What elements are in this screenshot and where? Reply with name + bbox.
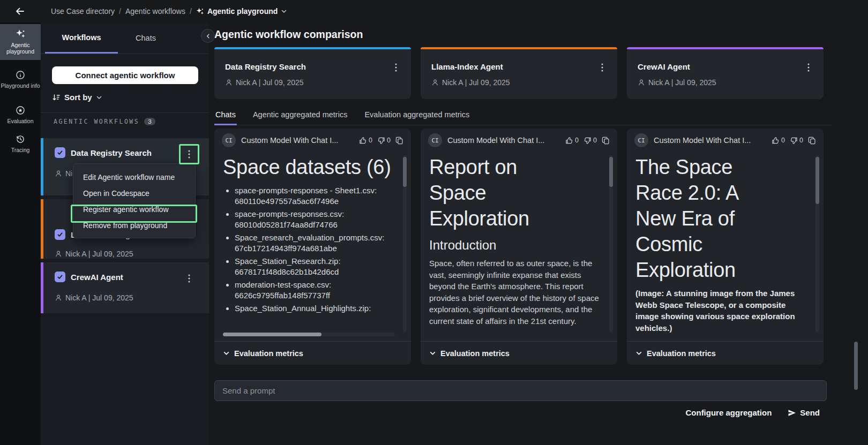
workflow-context-menu: Edit Agentic workflow name Open in Codes… <box>73 163 196 238</box>
tab-chats-comparison[interactable]: Chats <box>214 107 237 125</box>
thumbs-up-icon <box>772 137 780 145</box>
agentic-workflows-section-header: AGENTIC WORKFLOWS 3 <box>54 118 155 125</box>
rail-item-evaluation[interactable]: Evaluation <box>0 101 41 126</box>
chat-panel-header: CI Custom Model With Chat I... 0 0 <box>421 129 617 152</box>
history-icon <box>16 134 25 144</box>
rail-item-agentic-playground[interactable]: Agentic playground <box>0 24 41 60</box>
thumbs-up-button[interactable]: 0 <box>565 137 579 145</box>
menu-item-register-agentic-workflow[interactable]: Register agentic workflow <box>73 201 195 217</box>
sort-icon <box>52 93 61 102</box>
workflow-item-crewai-agent[interactable]: CrewAI Agent Nick A | Jul 09, 2025 <box>41 262 209 313</box>
sort-by-dropdown[interactable]: Sort by <box>52 93 102 102</box>
copy-button[interactable] <box>395 137 403 145</box>
paper-plane-icon <box>788 409 796 417</box>
evaluation-metrics-toggle[interactable]: Evaluation metrics <box>627 341 824 365</box>
copy-button[interactable] <box>808 137 816 145</box>
card-meta: Nick A | Jul 09, 2025 <box>225 78 304 87</box>
workflow-checkbox[interactable] <box>55 147 65 158</box>
back-button[interactable] <box>14 6 27 17</box>
chat-panel-data-registry-search: CI Custom Model With Chat I... 0 0 Space… <box>214 129 411 365</box>
rail-item-tracing[interactable]: Tracing <box>0 130 41 155</box>
list-item: Space_Station_Annual_Highlights.zip: <box>235 303 395 314</box>
person-icon <box>55 170 62 177</box>
workflow-name: CrewAI Agent <box>71 273 123 282</box>
chat-panel-header: CI Custom Model With Chat I... 0 0 <box>214 129 411 152</box>
copy-button[interactable] <box>602 137 610 145</box>
breadcrumb-current-page[interactable]: Agentic playground <box>196 7 287 16</box>
model-avatar: CI <box>428 133 442 147</box>
chat-header-actions: 0 0 <box>359 137 403 145</box>
breadcrumb-agentic-workflows[interactable]: Agentic workflows <box>125 7 185 16</box>
chat-response-content: Space datasets (6) space-prompts-respons… <box>223 154 395 332</box>
thumbs-up-button[interactable]: 0 <box>772 137 785 145</box>
person-icon <box>638 79 645 86</box>
thumbs-down-button[interactable]: 0 <box>583 137 597 145</box>
workflow-accent-bar <box>41 262 43 313</box>
prompt-input[interactable] <box>214 380 827 401</box>
page-title: Agentic workflow comparison <box>214 28 363 41</box>
main-vertical-scrollbar[interactable] <box>854 342 858 390</box>
card-accent-bar <box>627 47 824 49</box>
evaluation-metrics-toggle[interactable]: Evaluation metrics <box>421 341 617 365</box>
chevron-left-icon <box>205 33 211 39</box>
card-title: CrewAI Agent <box>638 62 690 71</box>
person-icon <box>55 294 62 301</box>
card-accent-bar <box>421 47 617 49</box>
vertical-scrollbar[interactable] <box>609 155 613 332</box>
breadcrumb-use-case-directory[interactable]: Use Case directory <box>51 7 115 16</box>
card-meta: Nick A | Jul 09, 2025 <box>431 78 510 87</box>
vertical-scrollbar[interactable] <box>403 155 407 332</box>
card-kebab-menu-button[interactable] <box>596 61 609 74</box>
vertical-scrollbar[interactable] <box>815 155 819 332</box>
kebab-icon <box>601 63 603 72</box>
rail-item-label: Playground info <box>1 82 40 89</box>
thumbs-down-icon <box>790 137 798 145</box>
chat-panel-crewai-agent: CI Custom Model With Chat I... 0 0 The S… <box>627 129 824 365</box>
menu-item-edit-workflow-name[interactable]: Edit Agentic workflow name <box>73 169 195 185</box>
workflow-kebab-menu-button[interactable] <box>182 271 196 285</box>
chevron-down-icon <box>429 350 436 357</box>
workflow-checkbox[interactable] <box>55 271 65 282</box>
card-kebab-menu-button[interactable] <box>802 61 815 74</box>
tab-agentic-aggregated-metrics[interactable]: Agentic aggregated metrics <box>252 107 349 125</box>
configure-aggregation-button[interactable]: Configure aggregation <box>685 408 772 417</box>
info-icon <box>16 70 25 80</box>
rail-item-label: Tracing <box>11 147 30 153</box>
workflow-checkbox[interactable] <box>55 229 65 240</box>
card-accent-bar <box>214 47 411 49</box>
workflow-accent-bar <box>41 199 43 259</box>
thumbs-down-button[interactable]: 0 <box>790 137 803 145</box>
breadcrumb-separator: / <box>119 7 121 16</box>
evaluation-metrics-toggle[interactable]: Evaluation metrics <box>214 341 411 365</box>
main-content: Agentic workflow comparison Data Registr… <box>209 22 868 445</box>
workflow-kebab-menu-button[interactable] <box>182 147 196 161</box>
chat-panel-header: CI Custom Model With Chat I... 0 0 <box>627 129 824 152</box>
response-image-note: (Image: A stunning image from the James … <box>635 288 807 334</box>
connect-agentic-workflow-button[interactable]: Connect agentic workflow <box>52 66 198 84</box>
thumbs-down-button[interactable]: 0 <box>377 137 391 145</box>
check-icon <box>57 231 63 238</box>
model-name: Custom Model With Chat I... <box>447 136 560 145</box>
horizontal-scrollbar[interactable] <box>223 333 395 336</box>
card-kebab-menu-button[interactable] <box>390 61 402 74</box>
thumbs-up-icon <box>359 137 367 145</box>
chat-header-actions: 0 0 <box>772 137 816 145</box>
workflow-name: Data Registry Search <box>71 148 152 157</box>
card-meta: Nick A | Jul 09, 2025 <box>638 78 716 87</box>
model-avatar: CI <box>222 133 236 147</box>
response-paragraph: Space, often referred to as outer space,… <box>429 258 601 327</box>
menu-item-remove-from-playground[interactable]: Remove from playground <box>73 217 195 233</box>
workflow-sidebar: Workflows Chats Connect agentic workflow… <box>41 22 209 445</box>
collapse-sidebar-button[interactable] <box>201 29 215 43</box>
tab-workflows[interactable]: Workflows <box>45 22 118 54</box>
send-button[interactable]: Send <box>788 408 820 417</box>
menu-item-open-in-codespace[interactable]: Open in Codespace <box>73 185 195 201</box>
comparison-card-crewai-agent: CrewAI Agent Nick A | Jul 09, 2025 <box>627 47 824 99</box>
chat-response-content: The Space Race 2.0: A New Era of Cosmic … <box>635 154 807 338</box>
tab-chats[interactable]: Chats <box>121 22 170 54</box>
top-bar: Use Case directory / Agentic workflows /… <box>0 0 868 22</box>
breadcrumb: Use Case directory / Agentic workflows /… <box>51 0 287 22</box>
tab-evaluation-aggregated-metrics[interactable]: Evaluation aggregated metrics <box>363 107 470 125</box>
rail-item-playground-info[interactable]: Playground info <box>0 65 41 97</box>
thumbs-up-button[interactable]: 0 <box>359 137 372 145</box>
